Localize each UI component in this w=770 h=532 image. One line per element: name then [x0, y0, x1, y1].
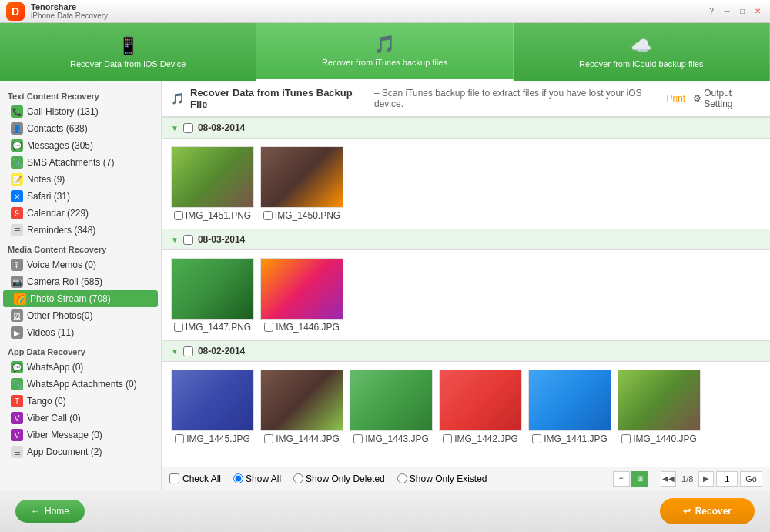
photo-item[interactable]: IMG_1442.JPG	[439, 370, 522, 444]
list-view-button[interactable]: ≡	[613, 471, 630, 487]
sidebar-item-safari[interactable]: ✕ Safari (31)	[0, 188, 161, 205]
camera-icon: 📷	[11, 276, 23, 288]
output-setting-button[interactable]: ⚙ Output Setting	[693, 88, 761, 109]
expand-arrow-icon: ▼	[171, 347, 179, 356]
photo-thumbnail	[171, 258, 254, 320]
check-all-label[interactable]: Check All	[169, 473, 221, 484]
show-existed-radio[interactable]: Show Only Existed	[397, 473, 487, 484]
text-content-section: Text Content Recovery	[0, 85, 161, 103]
voice-icon: 🎙	[11, 259, 23, 271]
photo-checkbox[interactable]	[174, 211, 183, 220]
photo-item[interactable]: IMG_1447.PNG	[171, 258, 254, 333]
sidebar-item-messages[interactable]: 💬 Messages (305)	[0, 137, 161, 154]
photo-thumbnail	[618, 370, 701, 431]
photo-checkbox[interactable]	[353, 434, 363, 443]
expand-arrow-icon: ▼	[171, 124, 179, 132]
sidebar: Text Content Recovery 📞 Call History (13…	[0, 81, 162, 490]
photo-label: IMG_1447.PNG	[174, 322, 251, 333]
first-page-button[interactable]: ◀◀	[661, 471, 676, 487]
document-icon: ☰	[11, 446, 23, 458]
photo-grid-2: IMG_1447.PNG IMG_1446.JPG	[162, 250, 770, 340]
sidebar-item-tango[interactable]: T Tango (0)	[0, 393, 161, 410]
help-button[interactable]: ?	[705, 5, 718, 18]
photo-item[interactable]: IMG_1446.JPG	[260, 258, 343, 333]
sidebar-item-call-history[interactable]: 📞 Call History (131)	[0, 103, 161, 120]
show-deleted-radio[interactable]: Show Only Deleted	[293, 473, 385, 484]
photo-label: IMG_1450.PNG	[263, 210, 340, 221]
check-all-checkbox[interactable]	[169, 473, 179, 483]
sidebar-item-camera-roll[interactable]: 📷 Camera Roll (685)	[0, 273, 161, 290]
grid-view-button[interactable]: ⊞	[631, 471, 648, 487]
sidebar-item-viber-call[interactable]: V Viber Call (0)	[0, 410, 161, 427]
notes-icon: 📝	[11, 173, 23, 186]
photo-label: IMG_1446.JPG	[264, 322, 340, 333]
photo-area[interactable]: ▼ 08-08-2014 IMG_1451.PNG	[162, 117, 770, 467]
cloud-icon: ☁️	[631, 36, 651, 56]
sidebar-item-videos[interactable]: ▶ Videos (11)	[0, 324, 161, 341]
sidebar-item-app-document[interactable]: ☰ App Document (2)	[0, 443, 161, 460]
photo-checkbox[interactable]	[263, 211, 273, 220]
date-group-3: ▼ 08-02-2014 IMG_1445.JPG	[162, 340, 770, 452]
photo-item[interactable]: IMG_1443.JPG	[350, 370, 433, 444]
photo-label: IMG_1440.JPG	[621, 433, 697, 444]
tab-ios-device[interactable]: 📱 Recover Data from iOS Device	[0, 23, 256, 81]
photo-label: IMG_1445.JPG	[175, 433, 250, 444]
photo-thumbnail	[528, 370, 611, 431]
show-deleted-input[interactable]	[293, 473, 303, 483]
date-header-2: ▼ 08-03-2014	[162, 229, 770, 250]
photo-thumbnail	[171, 370, 254, 431]
sidebar-item-whatsapp-attachments[interactable]: 📎 WhatsApp Attachments (0)	[0, 376, 161, 393]
show-all-radio[interactable]: Show All	[233, 473, 281, 484]
photo-label: IMG_1443.JPG	[353, 433, 429, 444]
photo-checkbox[interactable]	[621, 434, 631, 443]
sidebar-item-calendar[interactable]: 9 Calendar (229)	[0, 205, 161, 222]
sidebar-item-photo-stream[interactable]: 🌈 Photo Stream (708)	[3, 290, 158, 307]
footer: ← Home ↩ Recover	[0, 490, 770, 532]
home-button[interactable]: ← Home	[15, 500, 85, 523]
photo-item[interactable]: IMG_1440.JPG	[618, 370, 701, 444]
date-group-2-checkbox[interactable]	[183, 235, 193, 245]
whatsapp-icon: 💬	[11, 361, 23, 373]
photo-item[interactable]: IMG_1445.JPG	[171, 370, 254, 444]
photo-thumbnail	[260, 258, 343, 320]
sidebar-item-contacts[interactable]: 👤 Contacts (638)	[0, 120, 161, 137]
tab-icloud-backup[interactable]: ☁️ Recover from iCould backup files	[514, 23, 770, 81]
print-button[interactable]: Print	[666, 93, 685, 104]
sidebar-item-viber-message[interactable]: V Viber Message (0)	[0, 427, 161, 443]
main-area: Text Content Recovery 📞 Call History (13…	[0, 81, 770, 490]
photo-item[interactable]: IMG_1451.PNG	[171, 146, 254, 221]
show-existed-input[interactable]	[397, 473, 407, 483]
attachment-icon: 📎	[11, 156, 23, 169]
sidebar-item-voice-memos[interactable]: 🎙 Voice Memos (0)	[0, 256, 161, 273]
sidebar-item-whatsapp[interactable]: 💬 WhatsApp (0)	[0, 359, 161, 376]
sidebar-item-other-photos[interactable]: 🖼 Other Photos(0)	[0, 307, 161, 324]
sidebar-item-sms-attachments[interactable]: 📎 SMS Attachments (7)	[0, 154, 161, 171]
content-header-right: Print ⚙ Output Setting	[666, 88, 761, 109]
sidebar-item-notes[interactable]: 📝 Notes (9)	[0, 171, 161, 188]
next-page-button[interactable]: ▶	[698, 471, 714, 487]
photo-checkbox[interactable]	[264, 323, 273, 332]
date-group-1-checkbox[interactable]	[183, 123, 193, 133]
close-button[interactable]: ✕	[752, 5, 764, 18]
go-button[interactable]: Go	[740, 471, 762, 487]
sidebar-item-reminders[interactable]: ☰ Reminders (348)	[0, 222, 161, 239]
minimize-button[interactable]: ─	[721, 5, 733, 18]
photo-item[interactable]: IMG_1444.JPG	[260, 370, 343, 444]
photo-checkbox[interactable]	[532, 434, 541, 443]
date-group-3-checkbox[interactable]	[183, 346, 193, 356]
show-all-input[interactable]	[233, 473, 243, 483]
photo-item[interactable]: IMG_1450.PNG	[260, 146, 343, 221]
calendar-icon: 9	[11, 207, 23, 219]
restore-button[interactable]: □	[736, 5, 748, 18]
photo-checkbox[interactable]	[443, 434, 452, 443]
photo-item[interactable]: IMG_1441.JPG	[528, 370, 611, 444]
recover-button[interactable]: ↩ Recover	[660, 498, 755, 524]
header-music-icon: 🎵	[171, 92, 184, 105]
whatsapp-attach-icon: 📎	[11, 378, 23, 390]
tab-itunes-backup[interactable]: 🎵 Recover from iTunes backup files	[256, 23, 513, 81]
photo-checkbox[interactable]	[174, 323, 183, 332]
photo-checkbox[interactable]	[175, 434, 184, 443]
video-icon: ▶	[11, 326, 23, 339]
photo-checkbox[interactable]	[264, 434, 273, 443]
page-number-input[interactable]	[716, 471, 738, 487]
